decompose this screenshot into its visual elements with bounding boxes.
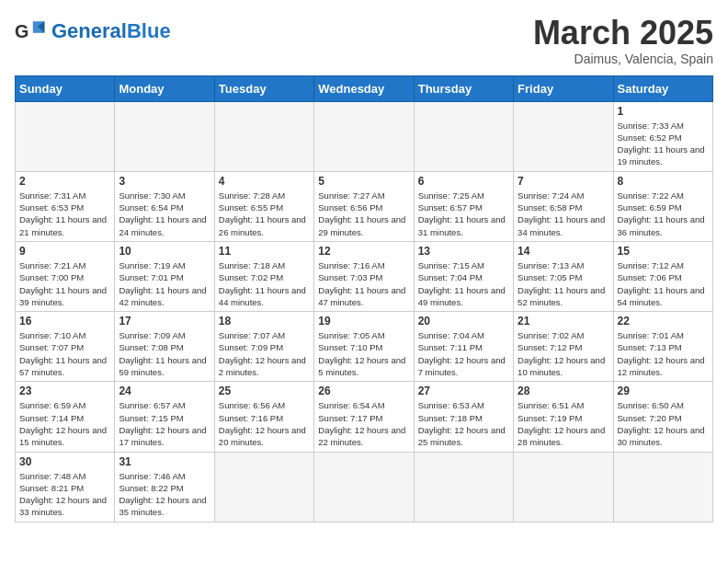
day-number: 5 [318,175,409,188]
weekday-header-tuesday: Tuesday [214,75,313,101]
day-info: Sunrise: 7:02 AM Sunset: 7:12 PM Dayligh… [518,329,609,378]
location-subtitle: Daimus, Valencia, Spain [533,52,713,66]
day-info: Sunrise: 7:33 AM Sunset: 6:52 PM Dayligh… [618,120,709,168]
day-info: Sunrise: 7:27 AM Sunset: 6:56 PM Dayligh… [318,190,409,238]
calendar-cell [115,101,214,171]
calendar-week-5: 30Sunrise: 7:48 AM Sunset: 8:21 PM Dayli… [16,452,713,522]
day-number: 12 [318,245,409,258]
day-info: Sunrise: 7:01 AM Sunset: 7:13 PM Dayligh… [618,329,709,378]
day-info: Sunrise: 7:19 AM Sunset: 7:01 PM Dayligh… [119,259,210,308]
calendar-cell [214,101,313,171]
day-number: 24 [119,385,210,397]
calendar-cell: 12Sunrise: 7:16 AM Sunset: 7:03 PM Dayli… [314,241,414,311]
calendar-cell: 23Sunrise: 6:59 AM Sunset: 7:14 PM Dayli… [16,382,115,452]
calendar-cell: 17Sunrise: 7:09 AM Sunset: 7:08 PM Dayli… [115,312,214,382]
day-info: Sunrise: 7:18 AM Sunset: 7:02 PM Dayligh… [219,259,310,308]
weekday-header-sunday: Sunday [16,75,115,101]
day-number: 27 [418,385,509,397]
day-info: Sunrise: 7:05 AM Sunset: 7:10 PM Dayligh… [318,329,409,378]
day-number: 18 [219,315,310,327]
calendar-cell: 29Sunrise: 6:50 AM Sunset: 7:20 PM Dayli… [613,382,712,452]
calendar-cell: 11Sunrise: 7:18 AM Sunset: 7:02 PM Dayli… [214,241,313,311]
day-info: Sunrise: 7:15 AM Sunset: 7:04 PM Dayligh… [418,259,509,308]
calendar-cell: 5Sunrise: 7:27 AM Sunset: 6:56 PM Daylig… [314,171,414,241]
day-info: Sunrise: 7:22 AM Sunset: 6:59 PM Dayligh… [618,190,709,238]
calendar-cell [514,101,613,171]
day-number: 22 [618,315,709,327]
logo-blue: Blue [127,19,171,42]
day-info: Sunrise: 7:04 AM Sunset: 7:11 PM Dayligh… [418,329,509,378]
calendar-cell [16,101,115,171]
day-info: Sunrise: 7:31 AM Sunset: 6:53 PM Dayligh… [19,190,110,238]
calendar-cell: 13Sunrise: 7:15 AM Sunset: 7:04 PM Dayli… [414,241,513,311]
calendar-cell [613,452,712,522]
day-number: 10 [119,245,210,258]
day-info: Sunrise: 6:53 AM Sunset: 7:18 PM Dayligh… [418,399,509,448]
day-number: 3 [119,175,210,188]
day-info: Sunrise: 7:25 AM Sunset: 6:57 PM Dayligh… [418,190,509,238]
day-number: 16 [19,315,110,327]
day-number: 9 [19,245,110,258]
logo: G GeneralBlue [15,15,171,48]
day-number: 19 [318,315,409,327]
day-number: 8 [618,175,709,188]
day-info: Sunrise: 7:24 AM Sunset: 6:58 PM Dayligh… [518,190,609,238]
calendar-cell: 3Sunrise: 7:30 AM Sunset: 6:54 PM Daylig… [115,171,214,241]
calendar-week-0: 1Sunrise: 7:33 AM Sunset: 6:52 PM Daylig… [16,101,713,171]
weekday-header-thursday: Thursday [414,75,513,101]
day-number: 15 [618,245,709,258]
day-info: Sunrise: 6:51 AM Sunset: 7:19 PM Dayligh… [518,399,609,448]
day-number: 31 [119,455,210,468]
day-info: Sunrise: 7:46 AM Sunset: 8:22 PM Dayligh… [119,470,210,519]
calendar-cell: 27Sunrise: 6:53 AM Sunset: 7:18 PM Dayli… [414,382,513,452]
svg-text:G: G [15,21,28,41]
calendar-week-3: 16Sunrise: 7:10 AM Sunset: 7:07 PM Dayli… [16,312,713,382]
day-info: Sunrise: 7:16 AM Sunset: 7:03 PM Dayligh… [318,259,409,308]
calendar-cell: 15Sunrise: 7:12 AM Sunset: 7:06 PM Dayli… [613,241,712,311]
calendar-cell: 14Sunrise: 7:13 AM Sunset: 7:05 PM Dayli… [514,241,613,311]
calendar-week-4: 23Sunrise: 6:59 AM Sunset: 7:14 PM Dayli… [16,382,713,452]
calendar-cell: 10Sunrise: 7:19 AM Sunset: 7:01 PM Dayli… [115,241,214,311]
calendar-cell: 28Sunrise: 6:51 AM Sunset: 7:19 PM Dayli… [514,382,613,452]
calendar-cell: 26Sunrise: 6:54 AM Sunset: 7:17 PM Dayli… [314,382,414,452]
month-title: March 2025 [533,15,713,52]
calendar-cell: 22Sunrise: 7:01 AM Sunset: 7:13 PM Dayli… [613,312,712,382]
day-number: 4 [219,175,310,188]
day-info: Sunrise: 6:50 AM Sunset: 7:20 PM Dayligh… [618,399,709,448]
day-info: Sunrise: 7:48 AM Sunset: 8:21 PM Dayligh… [19,470,110,519]
calendar-cell: 2Sunrise: 7:31 AM Sunset: 6:53 PM Daylig… [16,171,115,241]
day-number: 6 [418,175,509,188]
day-info: Sunrise: 7:10 AM Sunset: 7:07 PM Dayligh… [19,329,110,378]
weekday-header-monday: Monday [115,75,214,101]
day-number: 30 [19,455,110,468]
calendar-cell: 30Sunrise: 7:48 AM Sunset: 8:21 PM Dayli… [16,452,115,522]
day-info: Sunrise: 6:54 AM Sunset: 7:17 PM Dayligh… [318,399,409,448]
calendar-cell [314,101,414,171]
day-info: Sunrise: 7:09 AM Sunset: 7:08 PM Dayligh… [119,329,210,378]
day-info: Sunrise: 6:59 AM Sunset: 7:14 PM Dayligh… [19,399,110,448]
day-number: 1 [618,105,709,118]
weekday-header-saturday: Saturday [613,75,712,101]
calendar-cell: 25Sunrise: 6:56 AM Sunset: 7:16 PM Dayli… [214,382,313,452]
day-info: Sunrise: 7:07 AM Sunset: 7:09 PM Dayligh… [219,329,310,378]
logo-text: GeneralBlue [51,21,171,41]
calendar-cell: 31Sunrise: 7:46 AM Sunset: 8:22 PM Dayli… [115,452,214,522]
day-number: 11 [219,245,310,258]
day-number: 29 [618,385,709,397]
weekday-header-friday: Friday [514,75,613,101]
calendar-cell: 24Sunrise: 6:57 AM Sunset: 7:15 PM Dayli… [115,382,214,452]
day-number: 14 [518,245,609,258]
calendar-table: SundayMondayTuesdayWednesdayThursdayFrid… [15,75,713,523]
day-info: Sunrise: 6:57 AM Sunset: 7:15 PM Dayligh… [119,399,210,448]
weekday-header-row: SundayMondayTuesdayWednesdayThursdayFrid… [16,75,713,101]
calendar-cell [414,101,513,171]
calendar-cell: 16Sunrise: 7:10 AM Sunset: 7:07 PM Dayli… [16,312,115,382]
calendar-cell [214,452,313,522]
day-info: Sunrise: 6:56 AM Sunset: 7:16 PM Dayligh… [219,399,310,448]
day-info: Sunrise: 7:21 AM Sunset: 7:00 PM Dayligh… [19,259,110,308]
day-info: Sunrise: 7:28 AM Sunset: 6:55 PM Dayligh… [219,190,310,238]
calendar-cell: 21Sunrise: 7:02 AM Sunset: 7:12 PM Dayli… [514,312,613,382]
day-number: 23 [19,385,110,397]
calendar-cell: 18Sunrise: 7:07 AM Sunset: 7:09 PM Dayli… [214,312,313,382]
day-number: 13 [418,245,509,258]
